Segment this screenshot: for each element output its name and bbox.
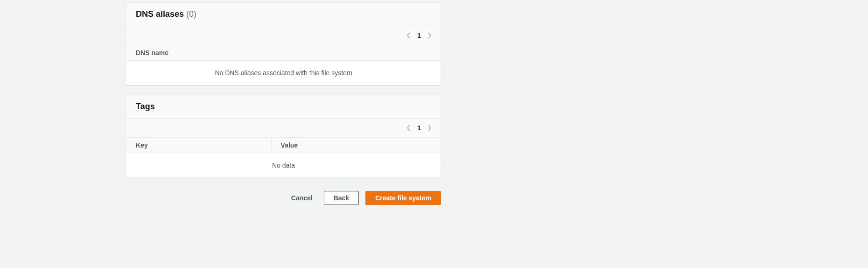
- chevron-left-icon[interactable]: [407, 125, 411, 131]
- back-button[interactable]: Back: [324, 191, 359, 205]
- dns-aliases-title: DNS aliases: [136, 9, 184, 19]
- dns-aliases-toolbar: 1: [126, 26, 441, 45]
- dns-aliases-table-header: DNS name: [126, 45, 441, 61]
- dns-aliases-page-number: 1: [417, 32, 421, 39]
- footer-actions: Cancel Back Create file system: [126, 187, 441, 214]
- dns-aliases-empty-message: No DNS aliases associated with this file…: [126, 61, 441, 85]
- value-column-header[interactable]: Value: [271, 138, 441, 153]
- tags-empty-message: No data: [126, 153, 441, 177]
- dns-aliases-panel: DNS aliases (0) 1 DNS name No DNS aliase…: [126, 2, 441, 85]
- tags-title: Tags: [136, 102, 155, 111]
- tags-page-number: 1: [417, 124, 421, 132]
- create-file-system-button[interactable]: Create file system: [365, 191, 441, 205]
- tags-pagination: 1: [407, 124, 431, 132]
- chevron-right-icon[interactable]: [427, 32, 431, 39]
- tags-panel: Tags 1 Key Value No data: [126, 95, 441, 178]
- dns-name-column-header[interactable]: DNS name: [126, 45, 441, 60]
- key-column-header[interactable]: Key: [126, 138, 271, 153]
- tags-toolbar: 1: [126, 119, 441, 138]
- dns-aliases-header: DNS aliases (0): [126, 3, 441, 26]
- dns-aliases-count: (0): [186, 9, 196, 19]
- tags-table-header: Key Value: [126, 138, 441, 153]
- chevron-left-icon[interactable]: [407, 32, 411, 39]
- tags-header: Tags: [126, 95, 441, 119]
- dns-aliases-pagination: 1: [407, 32, 431, 39]
- cancel-button[interactable]: Cancel: [287, 191, 317, 205]
- chevron-right-icon[interactable]: [427, 125, 431, 131]
